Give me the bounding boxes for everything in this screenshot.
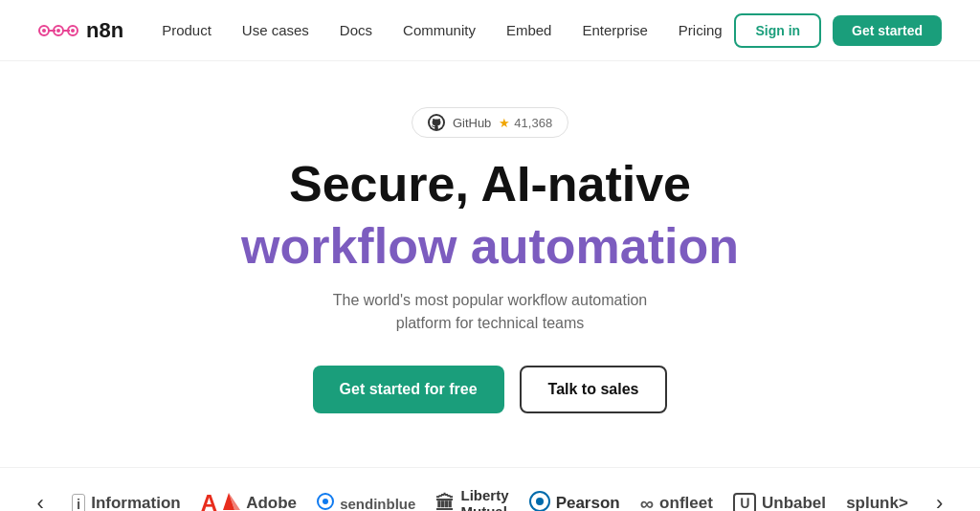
github-icon (428, 114, 445, 131)
nav-enterprise[interactable]: Enterprise (582, 22, 647, 38)
nav-use-cases[interactable]: Use cases (242, 22, 309, 38)
svg-point-11 (323, 499, 328, 504)
svg-point-4 (56, 29, 60, 33)
pearson-icon (529, 491, 550, 511)
signin-button[interactable]: Sign in (734, 13, 821, 48)
logo[interactable]: n8n (38, 18, 123, 43)
logos-inner: ‹ i Information A Adobe sendinblue 🏛 Lib… (0, 487, 980, 511)
nav-embed[interactable]: Embed (506, 22, 552, 38)
onfleet-icon: ∞ (640, 493, 654, 511)
logos-prev-button[interactable]: ‹ (30, 491, 52, 511)
hero-buttons: Get started for free Talk to sales (313, 366, 668, 413)
cta-primary-button[interactable]: Get started for free (313, 366, 504, 413)
logo-icon (38, 19, 78, 42)
svg-point-13 (536, 498, 544, 505)
information-icon: i (72, 494, 85, 511)
adobe-icon: A (201, 490, 217, 511)
nav-docs[interactable]: Docs (340, 22, 372, 38)
github-label: GitHub (453, 116, 491, 130)
list-item: Pearson (529, 491, 620, 511)
star-icon: ★ (499, 116, 510, 130)
nav-links: Product Use cases Docs Community Embed E… (162, 22, 734, 38)
logos-next-button[interactable]: › (928, 491, 950, 511)
github-badge[interactable]: GitHub ★ 41,368 (412, 107, 568, 138)
cta-secondary-button[interactable]: Talk to sales (520, 366, 668, 413)
list-item: i Information (72, 494, 181, 511)
list-item: sendinblue (317, 493, 415, 511)
getstarted-nav-button[interactable]: Get started (833, 15, 942, 46)
list-item: A Adobe (201, 490, 297, 511)
list-item: ᑌ Unbabel (733, 493, 826, 511)
github-stars: ★ 41,368 (499, 116, 552, 130)
nav-product[interactable]: Product (162, 22, 212, 38)
brand-name: n8n (86, 18, 123, 43)
unbabel-icon: ᑌ (733, 493, 756, 511)
list-item: ∞ onfleet (640, 493, 713, 511)
list-item: splunk> (846, 494, 908, 511)
hero-title-line1: Secure, AI-native (289, 157, 691, 211)
liberty-mutual-icon: 🏛 (435, 493, 455, 511)
nav-pricing[interactable]: Pricing (679, 22, 723, 38)
adobe-logo-icon (223, 493, 240, 511)
logos-strip: ‹ i Information A Adobe sendinblue 🏛 Lib… (0, 467, 980, 511)
hero-description: The world's most popular workflow automa… (308, 289, 672, 335)
nav-actions: Sign in Get started (734, 13, 942, 48)
navbar: n8n Product Use cases Docs Community Emb… (0, 0, 980, 61)
hero-section: GitHub ★ 41,368 Secure, AI-native workfl… (0, 61, 980, 467)
hero-title-line2: workflow automation (241, 219, 739, 274)
nav-community[interactable]: Community (403, 22, 476, 38)
sendinblue-icon (317, 493, 334, 511)
svg-point-1 (42, 29, 46, 33)
list-item: 🏛 LibertyMutual (435, 487, 508, 511)
svg-point-7 (71, 29, 75, 33)
